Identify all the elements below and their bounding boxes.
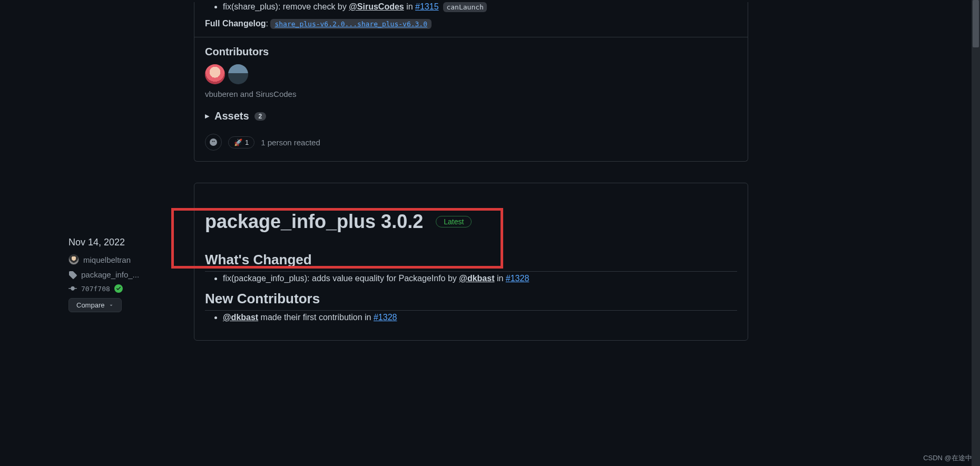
- contributor-avatars: [205, 64, 737, 84]
- reaction-summary: 1 person reacted: [261, 138, 320, 147]
- compare-label: Compare: [76, 301, 104, 309]
- list-item: @dkbast made their first contribution in…: [223, 313, 737, 322]
- compare-link[interactable]: share_plus-v6.2.0...share_plus-v6.3.0: [270, 19, 432, 29]
- verified-icon: [114, 284, 123, 293]
- assets-count: 2: [254, 112, 267, 121]
- list-item: fix(package_info_plus): adds value equal…: [223, 274, 737, 283]
- assets-toggle[interactable]: ▶ Assets 2: [205, 110, 737, 122]
- chevron-down-icon: [109, 303, 114, 308]
- chevron-right-icon: ▶: [205, 113, 209, 120]
- scrollbar-thumb[interactable]: [973, 0, 979, 47]
- code-chip: canLaunch: [443, 2, 486, 12]
- reactions-row: 🚀 1 1 person reacted: [205, 134, 737, 151]
- release-author-row[interactable]: miquelbeltran: [68, 254, 190, 265]
- tag-name: package_info_...: [81, 270, 139, 279]
- pr-link[interactable]: #1315: [415, 2, 439, 11]
- avatar[interactable]: [205, 64, 225, 84]
- release-commit-row[interactable]: 707f708: [68, 284, 190, 293]
- reaction-count: 1: [245, 138, 249, 146]
- compare-button[interactable]: Compare: [68, 298, 122, 312]
- release-tag-row[interactable]: package_info_...: [68, 270, 190, 279]
- user-mention[interactable]: @SirusCodes: [349, 2, 404, 11]
- whats-changed-heading: What's Changed: [205, 252, 737, 272]
- changelog-list: fix(share_plus): remove check by @SirusC…: [205, 2, 737, 12]
- contributors-heading: Contributors: [205, 46, 737, 58]
- new-contributors-heading: New Contributors: [205, 291, 737, 311]
- release-card: package_info_plus 3.0.2 Latest What's Ch…: [194, 183, 748, 341]
- smiley-icon: [209, 138, 218, 146]
- release-title[interactable]: package_info_plus 3.0.2: [205, 211, 423, 233]
- release-sidebar: Nov 14, 2022 miquelbeltran package_info_…: [68, 0, 190, 362]
- release-date: Nov 14, 2022: [68, 237, 190, 248]
- full-changelog-row: Full Changelog: share_plus-v6.2.0...shar…: [205, 19, 737, 28]
- commit-icon: [68, 284, 77, 293]
- changelog-list: fix(package_info_plus): adds value equal…: [205, 274, 737, 283]
- contributor-names: vbuberen and SirusCodes: [205, 90, 737, 98]
- watermark: CSDN @在途中..: [923, 453, 976, 463]
- list-item: fix(share_plus): remove check by @SirusC…: [223, 2, 737, 12]
- user-mention[interactable]: @dkbast: [459, 274, 494, 283]
- scrollbar[interactable]: [972, 0, 980, 466]
- rocket-reaction[interactable]: 🚀 1: [228, 136, 254, 148]
- author-name: miquelbeltran: [83, 255, 131, 264]
- avatar: [68, 254, 79, 265]
- main-content: fix(share_plus): remove check by @SirusC…: [190, 0, 748, 362]
- avatar[interactable]: [228, 64, 248, 84]
- full-changelog-label: Full Changelog: [205, 19, 266, 28]
- new-contrib-list: @dkbast made their first contribution in…: [205, 313, 737, 322]
- add-reaction-button[interactable]: [205, 134, 222, 151]
- pr-link[interactable]: #1328: [374, 313, 397, 322]
- previous-release-card: fix(share_plus): remove check by @SirusC…: [194, 2, 748, 162]
- divider: [194, 37, 748, 37]
- user-mention[interactable]: @dkbast: [223, 313, 258, 322]
- tag-icon: [68, 271, 77, 279]
- latest-badge: Latest: [436, 216, 472, 227]
- assets-label: Assets: [214, 110, 249, 122]
- release-header: package_info_plus 3.0.2 Latest: [205, 211, 737, 233]
- rocket-icon: 🚀: [234, 138, 242, 146]
- pr-link[interactable]: #1328: [506, 274, 530, 283]
- commit-sha: 707f708: [81, 285, 110, 293]
